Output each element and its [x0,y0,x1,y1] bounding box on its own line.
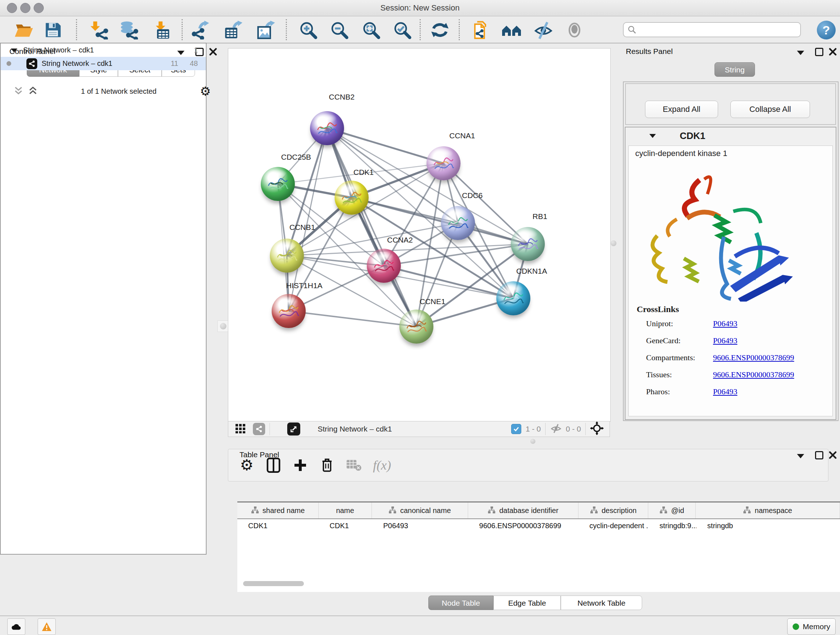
edge-HIST1H1A-CCNE1[interactable] [289,311,416,326]
export-image-icon[interactable] [256,21,275,40]
expand-all-networks-icon[interactable] [28,86,38,97]
column-header-description[interactable]: description [578,502,648,518]
memory-button[interactable]: Memory [787,618,836,635]
clone-network-icon[interactable] [472,21,491,40]
crosslinks-title: CrossLinks [637,304,679,314]
network-options-gear-icon[interactable]: ⚙ [200,85,211,97]
network-canvas[interactable]: CCNB2 CCNA1 CDC25B CDK1 CDC6 RB1 CCNB1 C… [228,48,611,422]
show-all-eye-icon[interactable] [565,21,584,40]
column-settings-gear-icon[interactable]: ⚙ [238,457,255,473]
share-network-icon[interactable] [253,423,265,435]
crosslink-link[interactable]: P06493 [713,319,737,328]
node-CCNA2[interactable] [367,249,401,283]
first-neighbors-icon[interactable] [501,21,520,40]
selected-checkbox-icon[interactable] [511,424,521,434]
edge-CCNB2-CCNA1[interactable] [327,128,444,163]
collapse-all-networks-icon[interactable] [14,86,23,97]
node-CDC6[interactable] [441,206,475,240]
bottom-splitter-handle[interactable] [531,439,535,444]
refresh-view-icon[interactable] [431,21,449,40]
import-table-icon[interactable] [152,21,171,40]
cell-canonical-name[interactable]: P06493 [372,522,468,530]
warnings-button[interactable] [38,618,56,635]
node-RB1[interactable] [511,227,545,261]
node-CDKN1A[interactable] [496,281,531,315]
create-column-icon[interactable] [292,457,309,473]
left-splitter-handle[interactable] [218,320,229,332]
node-CCNA1[interactable] [426,146,461,180]
search-box[interactable] [623,22,801,37]
node-CCNB2[interactable] [310,111,344,145]
import-network-database-icon[interactable] [119,21,138,40]
gene-section-header[interactable]: CDK1 [625,130,836,141]
crosslink-link[interactable]: 9606.ENSP00000378699 [713,353,794,363]
crosslink-link[interactable]: 9606.ENSP00000378699 [713,370,794,379]
export-table-icon[interactable] [224,21,242,40]
panel-float-icon[interactable] [815,451,823,461]
column-header-namespace[interactable]: namespace [696,502,840,518]
network-edges [228,49,610,421]
panel-collapse-icon[interactable] [797,453,804,460]
tab-edge-table[interactable]: Edge Table [493,595,561,610]
cloud-button[interactable] [7,618,25,635]
cell-name[interactable]: CDK1 [319,522,372,530]
crosslink-link[interactable]: P06493 [713,336,737,345]
import-network-file-icon[interactable] [90,21,109,40]
cell-namespace[interactable]: stringdb [696,522,840,530]
collection-expander-icon[interactable] [11,46,17,54]
zoom-in-icon[interactable] [299,21,317,40]
delete-columns-icon[interactable] [319,457,335,473]
collapse-all-button[interactable]: Collapse All [730,101,810,118]
expand-all-button[interactable]: Expand All [645,101,718,118]
protein-thumbnail [447,214,470,233]
tab-network-table[interactable]: Network Table [561,595,642,610]
column-header-canonical-name[interactable]: canonical name [372,502,468,518]
panel-collapse-icon[interactable] [797,50,804,57]
right-splitter-handle[interactable] [611,241,616,246]
node-CDC25B[interactable] [261,167,295,201]
cell-description[interactable]: cyclin-dependent ... [578,522,649,530]
save-session-icon[interactable] [43,21,62,40]
panel-close-icon[interactable] [829,451,837,461]
node-label-CDK1: CDK1 [354,168,374,177]
node-CCNE1[interactable] [399,310,433,344]
tab-string[interactable]: String [714,62,755,77]
protein-thumbnail [277,302,300,321]
cell--id[interactable]: stringdb:9... [649,522,696,530]
cell-shared-name[interactable]: CDK1 [237,522,319,530]
node-CCNB1[interactable] [270,239,304,272]
fit-selected-crosshair-icon[interactable] [590,421,604,437]
network-collection-row[interactable]: String Network – cdk1 1 [1,43,206,57]
network-row[interactable]: String Network – cdk1 11 48 [1,57,206,70]
tab-node-table[interactable]: Node Table [428,595,493,610]
panel-float-icon[interactable] [815,48,823,57]
zoom-out-icon[interactable] [330,21,349,40]
node-HIST1H1A[interactable] [272,294,306,328]
crosslink-link[interactable]: P06493 [713,387,737,396]
section-expander-icon[interactable] [649,133,656,139]
panel-close-icon[interactable] [209,48,217,57]
zoom-selected-icon[interactable] [393,21,412,40]
cell-database-identifier[interactable]: 9606.ENSP00000378699 [469,522,579,530]
warning-icon [42,622,52,631]
column-header--id[interactable]: @id [648,502,696,518]
export-network-icon[interactable] [191,21,210,40]
node-CDK1[interactable] [335,181,369,215]
column-header-shared-name[interactable]: shared name [237,502,319,518]
grid-view-icon[interactable] [235,423,246,436]
edge-CDK1-RB1[interactable] [352,198,528,244]
panel-close-icon[interactable] [829,48,837,57]
table-row[interactable]: CDK1CDK1P064939606.ENSP00000378699cyclin… [237,519,840,532]
edge-CCNB2-CCNE1[interactable] [327,128,416,326]
zoom-fit-icon[interactable] [362,21,381,40]
open-in-new-icon[interactable] [287,423,300,435]
hide-selected-eye-icon[interactable] [534,21,553,40]
help-button[interactable]: ? [817,21,836,40]
open-session-icon[interactable] [14,21,33,40]
column-header-database-identifier[interactable]: database identifier [468,502,579,518]
search-input[interactable] [637,25,794,35]
protein-thumbnail [502,289,525,309]
show-columns-icon[interactable] [265,457,282,473]
table-horizontal-scrollbar[interactable] [243,581,304,586]
column-header-name[interactable]: name [319,502,372,518]
